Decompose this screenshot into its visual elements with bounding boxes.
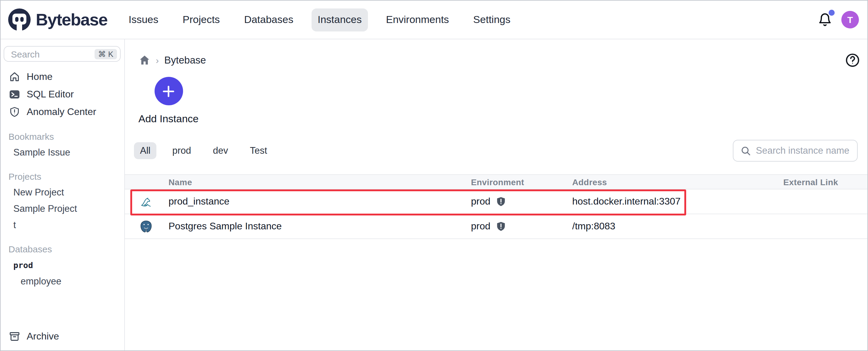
search-shortcut-badge: ⌘ K [94,49,117,59]
nav-item-instances[interactable]: Instances [312,8,368,31]
breadcrumb-home-icon[interactable] [139,54,150,66]
bytebase-app: Bytebase Issues Projects Databases Insta… [0,0,868,351]
postgres-icon [125,220,168,233]
terminal-icon [9,89,20,100]
sidebar-item-label: Archive [27,331,59,342]
sidebar-item-new-project[interactable]: New Project [1,184,124,200]
search-icon [741,145,751,156]
sidebar-item-db-prod[interactable]: prod [1,256,124,273]
column-header-name: Name [168,177,471,187]
nav-item-databases[interactable]: Databases [238,8,300,31]
column-header-address: Address [572,177,754,187]
nav-item-projects[interactable]: Projects [177,8,226,31]
tab-all[interactable]: All [134,142,156,159]
tab-dev[interactable]: dev [207,142,234,159]
add-instance-button[interactable]: Add Instance [140,77,197,125]
instance-name[interactable]: prod_instance [168,196,471,207]
sidebar-section-databases: Databases prod employee [1,241,124,289]
table-row-postgres-sample-instance[interactable]: Postgres Sample Instance prod /tmp:8083 [125,214,867,239]
table-row-prod-instance[interactable]: prod_instance prod host.docker.internal:… [125,189,867,214]
instance-environment: prod [471,221,490,232]
home-icon [9,71,20,82]
tab-prod[interactable]: prod [166,142,197,159]
instance-address: /tmp:8083 [572,221,754,232]
sidebar-item-sql-editor[interactable]: SQL Editor [1,85,124,103]
instance-search-input[interactable] [756,145,851,156]
sidebar-item-archive[interactable]: Archive [1,327,124,345]
instance-address: host.docker.internal:3307 [572,196,754,207]
chevron-right-icon: › [156,55,159,65]
avatar[interactable]: T [841,11,859,29]
instance-name[interactable]: Postgres Sample Instance [168,221,471,232]
nav-right: T [818,11,859,29]
instance-search[interactable] [733,140,858,162]
sidebar: ⌘ K Home SQL Editor [1,39,125,350]
section-title: Databases [1,241,124,256]
table-header-row: Name Environment Address External Link [125,174,867,189]
help-icon[interactable] [845,52,860,68]
sidebar-item-label: Anomaly Center [27,106,96,117]
environment-protected-shield-icon [496,221,506,232]
sidebar-section-bookmarks: Bookmarks Sample Issue [1,128,124,161]
sidebar-item-sample-issue[interactable]: Sample Issue [1,144,124,161]
column-header-external-link: External Link [754,177,867,187]
nav-item-issues[interactable]: Issues [122,8,164,31]
environment-protected-shield-icon [496,196,506,207]
sidebar-item-home[interactable]: Home [1,68,124,85]
archive-icon [9,331,20,342]
sidebar-section-projects: Projects New Project Sample Project t [1,168,124,233]
section-title: Bookmarks [1,128,124,144]
sidebar-item-label: SQL Editor [27,89,74,100]
sidebar-item-t[interactable]: t [1,217,124,233]
sidebar-item-anomaly-center[interactable]: Anomaly Center [1,103,124,120]
breadcrumb: › Bytebase [139,52,860,67]
instance-table: Name Environment Address External Link [125,174,867,239]
breadcrumb-current[interactable]: Bytebase [164,54,206,66]
sidebar-item-label: Home [27,71,53,82]
notification-unread-dot [829,9,835,15]
sidebar-search-input[interactable] [11,49,94,59]
bytebase-logo-icon [7,7,32,32]
shield-alert-icon [9,106,20,117]
column-header-environment: Environment [471,177,572,187]
mysql-icon [125,195,168,208]
plus-icon [162,84,175,98]
notifications-button[interactable] [818,12,832,27]
nav-item-settings[interactable]: Settings [467,8,517,31]
tab-test[interactable]: Test [244,142,273,159]
nav-item-environments[interactable]: Environments [380,8,455,31]
section-title: Projects [1,168,124,184]
environment-tabs: All prod dev Test [134,140,858,162]
instance-environment: prod [471,196,490,207]
bytebase-logo[interactable]: Bytebase [7,7,107,32]
sidebar-item-sample-project[interactable]: Sample Project [1,200,124,217]
main-content: › Bytebase Add Instance All [125,39,867,350]
top-nav: Bytebase Issues Projects Databases Insta… [1,1,867,39]
add-instance-label: Add Instance [138,113,199,125]
add-instance-circle[interactable] [154,77,183,105]
sidebar-item-db-employee[interactable]: employee [1,273,124,289]
sidebar-search[interactable]: ⌘ K [4,46,121,62]
logo-wordmark: Bytebase [36,10,107,29]
nav-links: Issues Projects Databases Instances Envi… [116,8,523,31]
